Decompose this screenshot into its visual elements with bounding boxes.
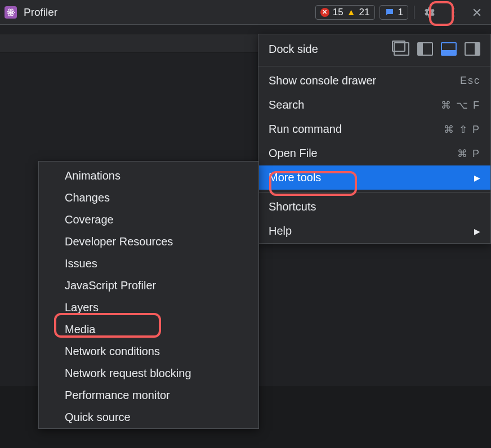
app-icon — [5, 6, 17, 19]
submenu-item-quick-source[interactable]: Quick source — [39, 406, 258, 428]
error-count: 15 — [333, 7, 343, 18]
menu-label: Search — [269, 98, 304, 111]
messages-badge[interactable]: 1 — [380, 5, 408, 20]
menu-label: Dock side — [269, 43, 318, 56]
menu-item-more-tools[interactable]: More tools ▶ — [258, 165, 490, 190]
svg-point-4 — [452, 7, 454, 10]
submenu-label: Issues — [65, 257, 97, 270]
menu-item-help[interactable]: Help ▶ — [258, 219, 490, 243]
main-menu: Dock side Show console drawer Esc Search… — [258, 34, 491, 244]
menu-shortcut: ⌘ ⇧ P — [444, 123, 480, 136]
menu-label: Shortcuts — [269, 200, 316, 213]
submenu-item-performance-monitor[interactable]: Performance monitor — [39, 384, 258, 406]
submenu-item-developer-resources[interactable]: Developer Resources — [39, 231, 258, 253]
menu-item-open-file[interactable]: Open File ⌘ P — [258, 141, 490, 165]
submenu-item-coverage[interactable]: Coverage — [39, 209, 258, 231]
submenu-item-animations[interactable]: Animations — [39, 165, 258, 187]
dock-left-button[interactable] — [417, 42, 433, 56]
menu-item-search[interactable]: Search ⌘ ⌥ F — [258, 93, 490, 117]
submenu-item-javascript-profiler[interactable]: JavaScript Profiler — [39, 275, 258, 297]
submenu-caret-icon: ▶ — [474, 173, 480, 182]
submenu-label: Layers — [65, 301, 99, 313]
submenu-item-network-request-blocking[interactable]: Network request blocking — [39, 362, 258, 384]
dock-undock-button[interactable] — [394, 42, 409, 56]
warning-count: 21 — [359, 7, 370, 18]
submenu-item-issues[interactable]: Issues — [39, 253, 258, 275]
dock-bottom-button[interactable] — [441, 42, 457, 56]
submenu-item-media[interactable]: Media — [39, 319, 258, 341]
toolbar-divider — [414, 6, 414, 19]
svg-point-5 — [452, 11, 454, 14]
menu-shortcut: ⌘ ⌥ F — [441, 99, 480, 111]
close-devtools-button[interactable] — [467, 3, 486, 22]
submenu-label: Media — [65, 323, 95, 335]
menu-item-shortcuts[interactable]: Shortcuts — [258, 195, 490, 219]
submenu-label: JavaScript Profiler — [65, 279, 156, 292]
submenu-label: Network conditions — [65, 345, 160, 357]
warning-icon: ▲ — [347, 7, 356, 17]
menu-shortcut: Esc — [460, 75, 480, 87]
submenu-item-changes[interactable]: Changes — [39, 187, 258, 209]
menu-item-run-command[interactable]: Run command ⌘ ⇧ P — [258, 117, 490, 141]
error-icon: ✕ — [320, 8, 329, 17]
devtools-toolbar: Profiler ✕ 15 ▲ 21 1 — [0, 0, 491, 25]
menu-separator — [258, 66, 490, 66]
submenu-label: Network request blocking — [65, 367, 191, 379]
menu-label: More tools — [269, 171, 321, 184]
message-count: 1 — [398, 7, 403, 18]
submenu-label: Animations — [65, 169, 120, 182]
submenu-label: Coverage — [65, 213, 114, 226]
menu-label: Show console drawer — [269, 74, 376, 87]
message-icon — [385, 7, 395, 17]
submenu-caret-icon: ▶ — [474, 227, 480, 236]
menu-item-show-console-drawer[interactable]: Show console drawer Esc — [258, 69, 490, 93]
menu-label: Open File — [269, 147, 318, 160]
dock-right-button[interactable] — [465, 42, 480, 56]
submenu-item-network-conditions[interactable]: Network conditions — [39, 341, 258, 362]
kebab-menu-button[interactable] — [444, 3, 463, 22]
console-issues-badge[interactable]: ✕ 15 ▲ 21 — [315, 5, 375, 20]
menu-separator — [258, 192, 490, 192]
more-tools-submenu: Animations Changes Coverage Developer Re… — [38, 161, 259, 429]
submenu-label: Quick source — [65, 411, 131, 423]
svg-point-0 — [10, 11, 12, 13]
submenu-label: Developer Resources — [65, 235, 173, 248]
menu-shortcut: ⌘ P — [457, 147, 480, 160]
active-tab-label[interactable]: Profiler — [21, 6, 57, 19]
menu-label: Help — [269, 225, 292, 238]
dock-side-row: Dock side — [258, 34, 490, 64]
svg-point-6 — [452, 15, 454, 17]
menu-label: Run command — [269, 123, 342, 136]
submenu-item-layers[interactable]: Layers — [39, 297, 258, 319]
submenu-label: Changes — [65, 191, 110, 204]
submenu-label: Performance monitor — [65, 389, 170, 401]
settings-button[interactable] — [420, 3, 439, 22]
